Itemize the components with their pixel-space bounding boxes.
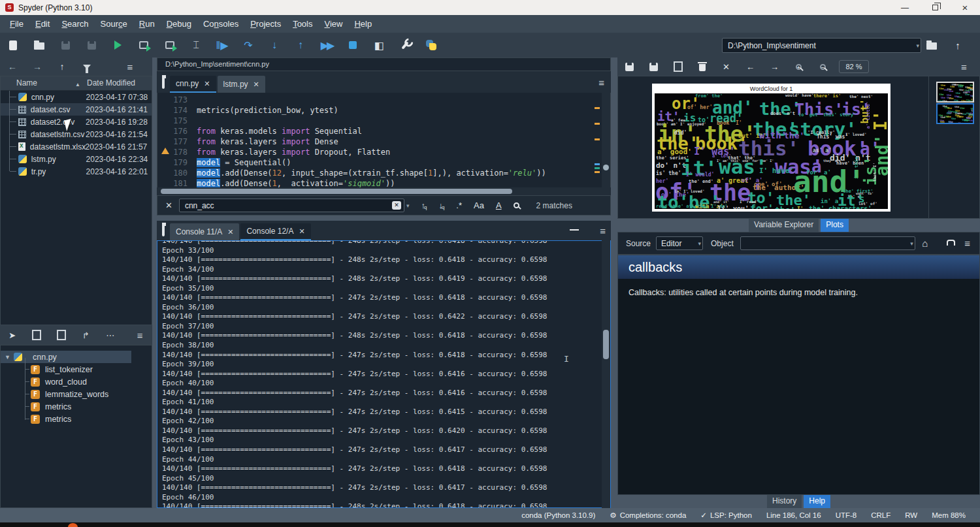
tab-variable-explorer[interactable]: Variable Explorer xyxy=(749,219,819,232)
outline-collapse-button[interactable] xyxy=(25,327,50,343)
editor-tab-lstm.py[interactable]: lstm.py✕ xyxy=(218,76,265,93)
save-button[interactable] xyxy=(52,34,78,56)
parent-dir-button[interactable]: ↑ xyxy=(945,34,971,56)
editor-hscrollbar[interactable] xyxy=(157,187,611,195)
outline-function-item[interactable]: Fmetrics xyxy=(1,413,152,425)
continue-button[interactable]: ▶▶ xyxy=(314,34,340,56)
browse-working-dir-button[interactable] xyxy=(919,34,945,56)
regex-toggle[interactable]: .* xyxy=(456,200,462,210)
close-tab-icon[interactable]: ✕ xyxy=(253,80,259,89)
console-scroll-handle[interactable] xyxy=(603,330,609,359)
close-search-button[interactable]: ✕ xyxy=(165,200,172,210)
hscroll-thumb[interactable] xyxy=(161,189,512,194)
editor-scroll-handle[interactable] xyxy=(603,165,609,170)
previous-plot-button[interactable]: ← xyxy=(738,58,762,75)
plot-thumbnail-1[interactable]: thethethethethethethethethethethethethet… xyxy=(936,82,974,103)
plot-thumbnail-2[interactable]: thethethethethethethethethethethethethet… xyxy=(936,103,974,124)
menu-help[interactable]: Help xyxy=(348,16,378,31)
save-all-plots-button[interactable] xyxy=(642,58,666,75)
outline-expand-button[interactable] xyxy=(49,327,74,343)
help-source-combo[interactable]: Editor ▾ xyxy=(656,236,703,250)
console-tab-Console-11-A[interactable]: Console 11/A✕ xyxy=(170,223,239,240)
menu-view[interactable]: View xyxy=(319,16,349,31)
preferences-button[interactable] xyxy=(392,34,418,56)
remove-all-plots-button[interactable]: ✕ xyxy=(714,58,738,75)
remove-plot-button[interactable] xyxy=(690,58,714,75)
menu-edit[interactable]: Edit xyxy=(29,16,56,31)
file-row[interactable]: datasetlstm.xlsx2023-04-16 21:57 xyxy=(1,140,152,153)
whole-word-toggle[interactable]: A xyxy=(496,200,502,210)
case-sensitive-toggle[interactable]: Aa xyxy=(474,200,484,210)
files-forward-button[interactable]: → xyxy=(25,58,50,75)
editor-tab-cnn.py[interactable]: cnn.py✕ xyxy=(170,76,216,93)
chevron-down-icon[interactable]: ▼ xyxy=(5,354,14,360)
run-file-button[interactable] xyxy=(105,34,131,56)
outline-goto-cursor-button[interactable]: ➤ xyxy=(0,327,25,343)
file-row[interactable]: dataset.csv2023-04-16 21:41 xyxy=(1,103,152,116)
stop-debug-button[interactable] xyxy=(340,34,366,56)
find-next-button[interactable]: ↓q xyxy=(438,200,444,210)
zoom-in-button[interactable]: + xyxy=(787,58,811,75)
chevron-down-icon[interactable]: ▾ xyxy=(406,202,410,209)
help-object-combo[interactable]: ▾ xyxy=(740,236,915,250)
files-up-button[interactable]: ↑ xyxy=(50,58,74,75)
zoom-out-button[interactable]: − xyxy=(811,58,835,75)
search-highlight-button[interactable] xyxy=(514,202,519,208)
next-plot-button[interactable]: → xyxy=(762,58,787,75)
menu-file[interactable]: File xyxy=(4,16,29,31)
files-back-button[interactable]: ← xyxy=(0,58,25,75)
file-row[interactable]: datasetlstm.csv2023-04-16 21:54 xyxy=(1,128,152,140)
clear-search-icon[interactable]: ✕ xyxy=(392,201,401,210)
close-tab-icon[interactable]: ✕ xyxy=(227,228,233,236)
files-options-button[interactable]: ≡ xyxy=(118,58,142,75)
help-home-button[interactable]: ⌂ xyxy=(922,238,928,249)
run-selection-button[interactable]: ⌶ xyxy=(183,34,209,56)
outline-function-item[interactable]: Flist_tokenizer xyxy=(1,363,152,375)
outline-follow-button[interactable]: ↱ xyxy=(74,327,99,343)
file-row[interactable]: dataset2.csv2023-04-16 19:28 xyxy=(1,116,152,128)
console-tab-Console-12-A[interactable]: Console 12/A✕ xyxy=(240,223,310,240)
menu-source[interactable]: Source xyxy=(95,16,133,31)
file-row[interactable]: cnn.py2023-04-17 07:38 xyxy=(1,91,152,103)
run-cell-advance-button[interactable] xyxy=(157,34,183,56)
browse-tabs-button[interactable] xyxy=(162,224,165,236)
browse-tabs-button[interactable] xyxy=(162,76,165,88)
tab-help[interactable]: Help xyxy=(804,495,830,508)
plots-options-button[interactable]: ≡ xyxy=(952,58,976,75)
menu-search[interactable]: Search xyxy=(56,16,94,31)
outline-more-button[interactable]: ⋯ xyxy=(98,327,123,343)
menu-consoles[interactable]: Consoles xyxy=(197,16,244,31)
editor-options-button[interactable]: ≡ xyxy=(598,77,604,89)
menu-projects[interactable]: Projects xyxy=(244,16,287,31)
ipython-console-output[interactable]: 140/140 [==============================]… xyxy=(157,240,611,508)
help-options-button[interactable]: ≡ xyxy=(964,238,970,249)
minimize-button[interactable]: — xyxy=(890,0,920,15)
find-previous-button[interactable]: ↑q xyxy=(421,200,427,210)
console-options-button[interactable]: ≡ xyxy=(600,225,606,237)
file-row[interactable]: tr.py2023-04-16 22:01 xyxy=(1,165,152,178)
menu-debug[interactable]: Debug xyxy=(161,16,197,31)
save-all-button[interactable] xyxy=(78,34,105,56)
close-tab-icon[interactable]: ✕ xyxy=(299,227,304,236)
outline-function-item[interactable]: Flemmatize_words xyxy=(1,388,152,400)
menu-tools[interactable]: Tools xyxy=(287,16,318,31)
python-env-button[interactable] xyxy=(418,34,444,56)
editor-vscrollbar[interactable] xyxy=(602,93,610,187)
wordcloud-figure[interactable]: WordCloud for 1 from' the'would' have'th… xyxy=(652,84,890,212)
file-row[interactable]: lstm.py2023-04-16 22:34 xyxy=(1,153,152,165)
close-tab-icon[interactable]: ✕ xyxy=(204,80,210,88)
working-directory-combo[interactable]: D:\Python_Imp\sentiment ▾ xyxy=(722,38,921,53)
tab-plots[interactable]: Plots xyxy=(821,219,849,232)
code-editor[interactable]: 173174metrics(prediction_bow, ytest)1751… xyxy=(157,93,611,187)
files-filter-button[interactable] xyxy=(74,58,99,75)
search-input[interactable] xyxy=(179,199,404,212)
taskbar-app-icon[interactable] xyxy=(68,523,78,527)
copy-plot-button[interactable] xyxy=(666,58,690,75)
outline-root-item[interactable]: ▼ cnn.py xyxy=(1,351,131,363)
outline-options-button[interactable]: ≡ xyxy=(128,327,153,343)
maximize-pane-button[interactable]: ◧ xyxy=(366,34,392,56)
save-plot-button[interactable] xyxy=(617,58,642,75)
open-file-button[interactable] xyxy=(26,34,52,56)
outline-function-item[interactable]: Fword_cloud xyxy=(1,375,152,388)
column-header-date[interactable]: Date Modified xyxy=(84,76,152,90)
